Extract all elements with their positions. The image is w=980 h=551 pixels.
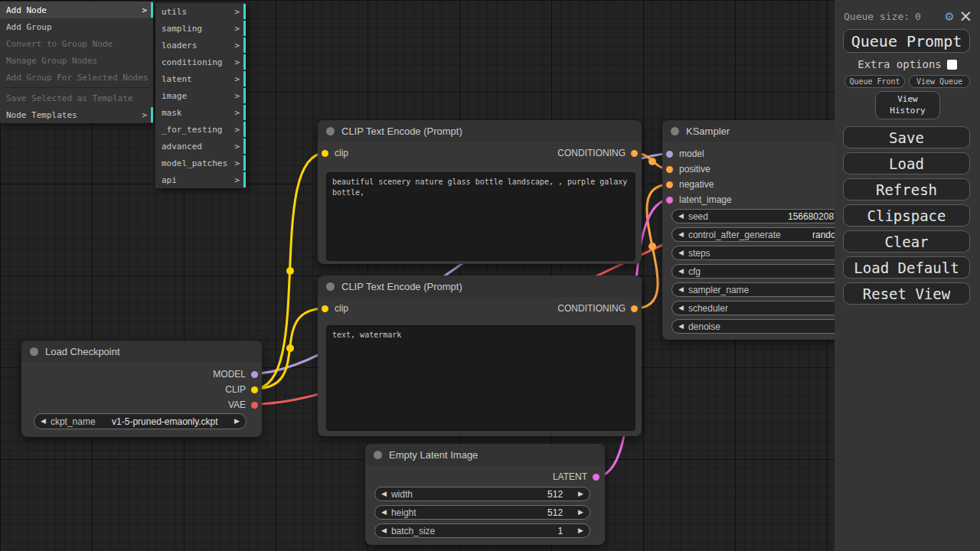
collapse-dot-icon[interactable] [326,127,335,135]
decrement-arrow-icon[interactable]: ◀ [381,527,387,534]
reset-view-button[interactable]: Reset View [843,282,970,305]
save-button[interactable]: Save [843,126,970,148]
widget-value: 512 [547,507,563,518]
input-port-clip[interactable] [322,305,328,312]
submenu-item-sampling[interactable]: sampling > [155,20,246,37]
widget-value: 1 [557,526,563,536]
node-title-bar[interactable]: Empty Latent Image [365,444,605,465]
node-title-bar[interactable]: Load Checkpoint [21,341,262,362]
collapse-dot-icon[interactable] [326,282,335,291]
decrement-arrow-icon[interactable]: ◀ [678,286,684,293]
submenu-tip [151,2,153,18]
node-empty-latent-image[interactable]: Empty Latent Image LATENT ◀ width 512 ▶ … [365,444,605,545]
submenu-item-conditioning[interactable]: conditioning > [155,54,246,70]
node-title: KSampler [686,126,730,137]
menu-item-save-selected-as-template[interactable]: Save Selected as Template [0,90,153,106]
submenu-item-advanced[interactable]: advanced > [155,138,246,155]
widget-height[interactable]: ◀ height 512 ▶ [374,505,590,520]
output-port-conditioning[interactable] [631,150,638,157]
menu-item-add-group[interactable]: Add Group [0,18,153,35]
submenu-caret-icon: > [234,125,240,135]
submenu-item-mask[interactable]: mask > [155,104,246,121]
input-port-negative[interactable] [666,181,673,188]
output-port-latent[interactable] [593,474,599,481]
submenu-caret-icon: > [234,74,240,84]
submenu-tip [243,4,246,19]
decrement-arrow-icon[interactable]: ◀ [381,491,387,497]
output-port-vae[interactable] [251,402,258,409]
node-title-bar[interactable]: CLIP Text Encode (Prompt) [318,276,642,297]
decrement-arrow-icon[interactable]: ◀ [678,231,684,238]
submenu-caret-icon: > [142,5,147,15]
menu-item-add-node[interactable]: Add Node > [0,2,153,18]
extra-options-checkbox[interactable] [947,60,957,70]
submenu-item-latent[interactable]: latent > [155,70,246,87]
settings-gear-icon[interactable]: ⚙ [946,9,954,23]
clipspace-button[interactable]: Clipspace [843,204,970,227]
node-title: CLIP Text Encode (Prompt) [341,126,462,137]
close-icon[interactable]: × [959,8,972,24]
submenu-item-image[interactable]: image > [155,87,246,104]
node-clip-text-encode-negative[interactable]: CLIP Text Encode (Prompt) clip CONDITION… [318,276,642,436]
submenu-item-for-testing[interactable]: _for_testing > [155,121,246,138]
decrement-arrow-icon[interactable]: ◀ [678,323,684,330]
collapse-dot-icon[interactable] [671,127,679,135]
submenu-item-model-patches[interactable]: model_patches > [155,155,246,171]
decrement-arrow-icon[interactable]: ◀ [678,305,684,311]
input-label: model [679,148,704,159]
submenu-item-api[interactable]: api > [155,171,246,188]
input-label: clip [335,303,348,314]
submenu-caret-icon: > [234,108,240,118]
menu-item-convert-to-group-node[interactable]: Convert to Group Node [0,35,153,52]
decrement-arrow-icon[interactable]: ◀ [678,249,684,256]
menu-item-node-templates[interactable]: Node Templates > [0,106,153,123]
menu-item-manage-group-nodes[interactable]: Manage Group Nodes [0,52,153,69]
queue-sidebar: Queue size: 0 ⚙ × Queue Prompt Extra opt… [835,0,980,551]
increment-arrow-icon[interactable]: ▶ [234,418,240,425]
node-title-bar[interactable]: CLIP Text Encode (Prompt) [318,120,642,142]
queue-front-button[interactable]: Queue Front [844,75,905,88]
refresh-button[interactable]: Refresh [843,178,970,201]
decrement-arrow-icon[interactable]: ◀ [678,213,684,220]
decrement-arrow-icon[interactable]: ◀ [41,418,46,425]
output-port-conditioning[interactable] [631,305,638,312]
submenu-item-utils[interactable]: utils > [155,3,246,20]
input-port-model[interactable] [666,151,673,158]
menu-separator [3,87,150,88]
output-port-clip[interactable] [251,386,258,393]
view-history-button[interactable]: View History [875,91,940,119]
node-load-checkpoint[interactable]: Load Checkpoint MODEL CLIP VAE ◀ ckpt_na… [21,341,262,437]
input-port-clip[interactable] [322,150,328,157]
submenu-caret-icon: > [234,91,240,101]
decrement-arrow-icon[interactable]: ◀ [381,509,387,516]
widget-batch-size[interactable]: ◀ batch_size 1 ▶ [374,523,590,538]
input-port-positive[interactable] [666,166,673,173]
output-label: LATENT [553,471,587,482]
submenu-tip [243,37,246,53]
input-label: negative [679,179,714,190]
input-port-latent-image[interactable] [666,197,673,204]
submenu-item-loaders[interactable]: loaders > [155,37,246,54]
submenu-tip [151,107,153,122]
load-default-button[interactable]: Load Default [843,256,970,279]
prompt-textarea[interactable]: text, watermark [326,325,635,431]
node-title: CLIP Text Encode (Prompt) [341,281,462,292]
output-port-model[interactable] [251,371,258,378]
collapse-dot-icon[interactable] [374,451,382,459]
clear-button[interactable]: Clear [843,230,970,253]
view-queue-button[interactable]: View Queue [909,75,970,88]
context-menu: Add Node > Add Group Convert to Group No… [0,2,153,123]
load-button[interactable]: Load [843,152,970,174]
widget-width[interactable]: ◀ width 512 ▶ [374,487,590,501]
submenu-caret-icon: > [234,175,240,185]
prompt-textarea[interactable]: beautiful scenery nature glass bottle la… [326,172,635,261]
increment-arrow-icon[interactable]: ▶ [578,509,583,516]
decrement-arrow-icon[interactable]: ◀ [678,268,684,275]
menu-item-add-group-for-selected-nodes[interactable]: Add Group For Selected Nodes [0,69,153,86]
collapse-dot-icon[interactable] [30,347,38,356]
increment-arrow-icon[interactable]: ▶ [578,527,583,534]
node-clip-text-encode-positive[interactable]: CLIP Text Encode (Prompt) clip CONDITION… [318,120,642,264]
queue-prompt-button[interactable]: Queue Prompt [843,29,970,53]
widget-ckpt-name[interactable]: ◀ ckpt_name v1-5-pruned-emaonly.ckpt ▶ [34,413,247,429]
increment-arrow-icon[interactable]: ▶ [578,491,583,497]
